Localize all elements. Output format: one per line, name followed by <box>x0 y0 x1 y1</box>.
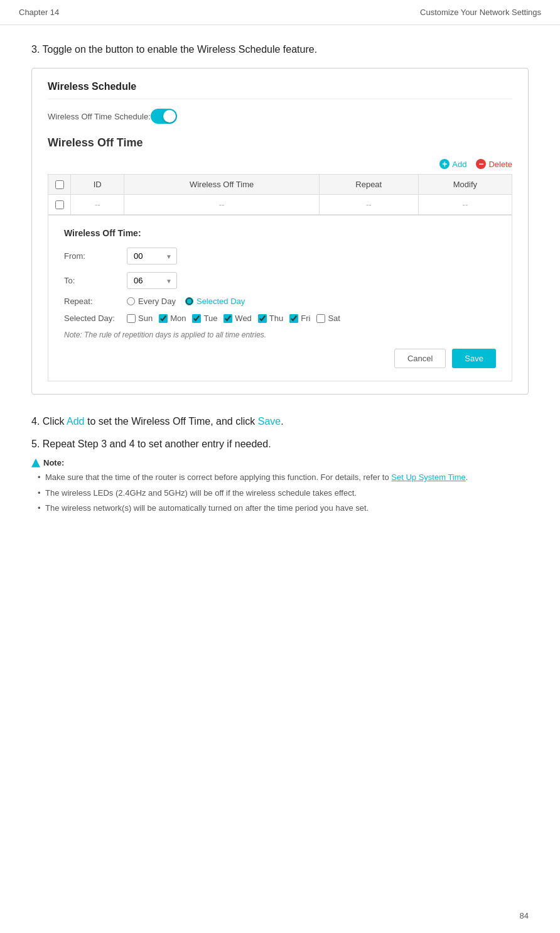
row-id: -- <box>71 195 124 215</box>
label-wed: Wed <box>235 314 252 323</box>
checkbox-wed[interactable] <box>223 314 232 323</box>
selected-day-label: Selected Day <box>197 297 245 306</box>
select-all-checkbox[interactable] <box>55 180 64 189</box>
label-sun: Sun <box>138 314 153 323</box>
schedule-table: ID Wireless Off Time Repeat Modify -- --… <box>48 174 512 215</box>
checkbox-mon[interactable] <box>159 314 168 323</box>
edit-form: Wireless Off Time: From: 00 01 02 03 04 … <box>48 215 512 381</box>
row-checkbox-cell <box>48 195 71 215</box>
page-number: 84 <box>520 911 529 920</box>
note-item-1: Make sure that the time of the router is… <box>38 471 529 484</box>
selected-day-radio[interactable] <box>185 297 193 305</box>
wireless-off-time-section-title: Wireless Off Time <box>48 136 512 150</box>
selected-day-field-label: Selected Day: <box>64 314 127 323</box>
step4-text: 4. Click Add to set the Wireless Off Tim… <box>31 413 529 430</box>
save-button[interactable]: Save <box>452 349 496 368</box>
day-sat[interactable]: Sat <box>316 314 340 323</box>
cancel-button[interactable]: Cancel <box>394 349 446 368</box>
col-modify: Modify <box>418 175 512 195</box>
note-header-text: Note: <box>43 458 64 467</box>
from-row: From: 00 01 02 03 04 05 06 ▼ <box>64 248 496 265</box>
wireless-schedule-toggle[interactable] <box>151 109 177 124</box>
note-icon <box>31 459 40 467</box>
every-day-option[interactable]: Every Day <box>127 297 176 306</box>
table-header-row: ID Wireless Off Time Repeat Modify <box>48 175 512 195</box>
delete-icon: − <box>476 159 486 169</box>
note-item-2: The wireless LEDs (2.4GHz and 5GHz) will… <box>38 487 529 499</box>
step3-text: 3. Toggle on the button to enable the Wi… <box>31 44 529 55</box>
add-icon: + <box>439 159 450 169</box>
schedule-label: Wireless Off Time Schedule: <box>48 112 151 121</box>
from-select-wrapper: 00 01 02 03 04 05 06 ▼ <box>127 248 177 265</box>
col-id: ID <box>71 175 124 195</box>
from-select[interactable]: 00 01 02 03 04 05 06 <box>127 248 177 265</box>
day-sun[interactable]: Sun <box>127 314 153 323</box>
checkbox-thu[interactable] <box>258 314 267 323</box>
edit-form-note: Note: The rule of repetition days is app… <box>64 330 496 339</box>
label-tue: Tue <box>203 314 217 323</box>
note-list: Make sure that the time of the router is… <box>31 471 529 515</box>
step4-save-link[interactable]: Save <box>258 416 281 427</box>
content-area: 3. Toggle on the button to enable the Wi… <box>0 25 560 537</box>
wireless-schedule-card: Wireless Schedule Wireless Off Time Sche… <box>31 68 529 395</box>
table-actions: + Add − Delete <box>48 159 512 169</box>
day-fri[interactable]: Fri <box>289 314 310 323</box>
repeat-row: Repeat: Every Day Selected Day <box>64 297 496 306</box>
row-modify: -- <box>418 195 512 215</box>
note-item-3: The wireless network(s) will be automati… <box>38 502 529 515</box>
step5-text: 5. Repeat Step 3 and 4 to set another en… <box>31 436 529 452</box>
delete-button[interactable]: − Delete <box>476 159 512 169</box>
repeat-radio-group: Every Day Selected Day <box>127 297 245 306</box>
system-time-link[interactable]: Set Up System Time <box>391 472 465 482</box>
label-thu: Thu <box>269 314 283 323</box>
chapter-label: Chapter 14 <box>19 8 59 17</box>
add-button[interactable]: + Add <box>439 159 466 169</box>
step4-add-link[interactable]: Add <box>67 416 84 427</box>
row-repeat: -- <box>319 195 418 215</box>
day-tue[interactable]: Tue <box>192 314 217 323</box>
every-day-label: Every Day <box>138 297 176 306</box>
edit-form-title: Wireless Off Time: <box>64 228 496 238</box>
form-buttons: Cancel Save <box>64 349 496 368</box>
to-select-wrapper: 00 01 02 03 04 05 06 ▼ <box>127 272 177 289</box>
selected-day-row: Selected Day: Sun Mon Tue <box>64 314 496 323</box>
checkbox-fri[interactable] <box>289 314 298 323</box>
col-repeat: Repeat <box>319 175 418 195</box>
row-checkbox[interactable] <box>55 200 64 209</box>
note-section: Note: Make sure that the time of the rou… <box>31 458 529 515</box>
label-fri: Fri <box>301 314 310 323</box>
label-sat: Sat <box>328 314 340 323</box>
checkbox-tue[interactable] <box>192 314 201 323</box>
day-checkboxes-group: Sun Mon Tue Wed <box>127 314 340 323</box>
col-checkbox <box>48 175 71 195</box>
row-wireless-off-time: -- <box>124 195 319 215</box>
every-day-radio[interactable] <box>127 297 135 305</box>
schedule-toggle-row: Wireless Off Time Schedule: <box>48 109 512 124</box>
day-wed[interactable]: Wed <box>223 314 252 323</box>
col-wireless-off-time: Wireless Off Time <box>124 175 319 195</box>
page-header: Chapter 14 Customize Your Network Settin… <box>0 0 560 25</box>
to-select[interactable]: 00 01 02 03 04 05 06 <box>127 272 177 289</box>
day-thu[interactable]: Thu <box>258 314 283 323</box>
selected-day-option[interactable]: Selected Day <box>185 297 245 306</box>
to-label: To: <box>64 276 127 285</box>
day-mon[interactable]: Mon <box>159 314 186 323</box>
table-row: -- -- -- -- <box>48 195 512 215</box>
section-label: Customize Your Network Settings <box>420 8 541 17</box>
checkbox-sun[interactable] <box>127 314 136 323</box>
repeat-label: Repeat: <box>64 297 127 306</box>
checkbox-sat[interactable] <box>316 314 325 323</box>
card-title: Wireless Schedule <box>48 81 512 99</box>
to-row: To: 00 01 02 03 04 05 06 ▼ <box>64 272 496 289</box>
note-header: Note: <box>31 458 529 467</box>
from-label: From: <box>64 251 127 261</box>
label-mon: Mon <box>170 314 186 323</box>
